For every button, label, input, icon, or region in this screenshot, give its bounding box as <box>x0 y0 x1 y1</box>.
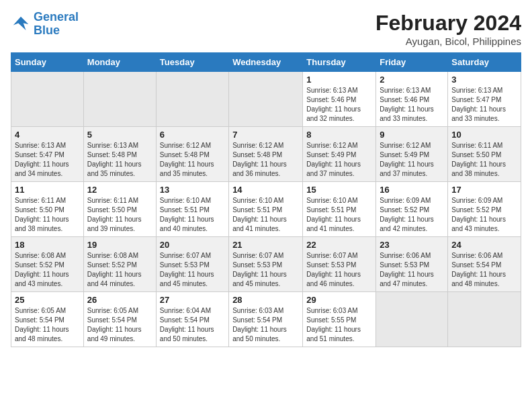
calendar-cell: 14Sunrise: 6:10 AM Sunset: 5:51 PM Dayli… <box>229 182 303 237</box>
day-info: Sunrise: 6:03 AM Sunset: 5:55 PM Dayligh… <box>306 306 372 344</box>
day-number: 10 <box>451 130 517 140</box>
day-number: 12 <box>87 185 152 195</box>
calendar-cell: 8Sunrise: 6:12 AM Sunset: 5:49 PM Daylig… <box>303 127 376 182</box>
logo: General Blue <box>11 11 79 38</box>
calendar-cell: 29Sunrise: 6:03 AM Sunset: 5:55 PM Dayli… <box>303 292 376 347</box>
day-number: 29 <box>306 295 372 305</box>
day-info: Sunrise: 6:08 AM Sunset: 5:52 PM Dayligh… <box>15 251 80 289</box>
day-info: Sunrise: 6:13 AM Sunset: 5:46 PM Dayligh… <box>306 86 372 124</box>
calendar-cell: 3Sunrise: 6:13 AM Sunset: 5:47 PM Daylig… <box>448 72 521 127</box>
day-number: 4 <box>15 130 80 140</box>
calendar-cell: 4Sunrise: 6:13 AM Sunset: 5:47 PM Daylig… <box>11 127 84 182</box>
day-info: Sunrise: 6:13 AM Sunset: 5:47 PM Dayligh… <box>451 86 517 124</box>
day-number: 19 <box>87 240 152 250</box>
calendar-cell <box>376 292 448 347</box>
day-number: 25 <box>15 295 80 305</box>
col-header-tuesday: Tuesday <box>156 53 228 72</box>
day-info: Sunrise: 6:06 AM Sunset: 5:53 PM Dayligh… <box>380 251 444 289</box>
calendar-cell: 20Sunrise: 6:07 AM Sunset: 5:53 PM Dayli… <box>156 237 228 292</box>
calendar-cell: 16Sunrise: 6:09 AM Sunset: 5:52 PM Dayli… <box>376 182 448 237</box>
calendar-week-5: 25Sunrise: 6:05 AM Sunset: 5:54 PM Dayli… <box>11 292 521 347</box>
day-number: 9 <box>380 130 444 140</box>
day-info: Sunrise: 6:03 AM Sunset: 5:54 PM Dayligh… <box>232 306 299 344</box>
day-number: 28 <box>232 295 299 305</box>
calendar-cell: 9Sunrise: 6:12 AM Sunset: 5:49 PM Daylig… <box>376 127 448 182</box>
title-area: February 2024 Ayugan, Bicol, Philippines <box>375 11 521 47</box>
day-info: Sunrise: 6:05 AM Sunset: 5:54 PM Dayligh… <box>15 306 80 344</box>
calendar-cell: 2Sunrise: 6:13 AM Sunset: 5:46 PM Daylig… <box>376 72 448 127</box>
day-number: 16 <box>380 185 444 195</box>
day-number: 23 <box>380 240 444 250</box>
day-info: Sunrise: 6:12 AM Sunset: 5:49 PM Dayligh… <box>306 141 372 179</box>
logo-text: General Blue <box>34 11 79 38</box>
day-number: 8 <box>306 130 372 140</box>
calendar-table: SundayMondayTuesdayWednesdayThursdayFrid… <box>11 52 521 347</box>
page-title: February 2024 <box>375 11 521 36</box>
calendar-cell: 26Sunrise: 6:05 AM Sunset: 5:54 PM Dayli… <box>83 292 156 347</box>
calendar-cell: 15Sunrise: 6:10 AM Sunset: 5:51 PM Dayli… <box>303 182 376 237</box>
day-number: 24 <box>451 240 517 250</box>
day-info: Sunrise: 6:10 AM Sunset: 5:51 PM Dayligh… <box>232 196 299 234</box>
day-info: Sunrise: 6:13 AM Sunset: 5:46 PM Dayligh… <box>380 86 444 124</box>
calendar-week-4: 18Sunrise: 6:08 AM Sunset: 5:52 PM Dayli… <box>11 237 521 292</box>
col-header-monday: Monday <box>83 53 156 72</box>
day-info: Sunrise: 6:12 AM Sunset: 5:48 PM Dayligh… <box>232 141 299 179</box>
day-number: 6 <box>160 130 225 140</box>
day-number: 7 <box>232 130 299 140</box>
col-header-wednesday: Wednesday <box>229 53 303 72</box>
day-number: 27 <box>160 295 225 305</box>
day-info: Sunrise: 6:11 AM Sunset: 5:50 PM Dayligh… <box>15 196 80 234</box>
day-number: 5 <box>87 130 152 140</box>
calendar-cell: 23Sunrise: 6:06 AM Sunset: 5:53 PM Dayli… <box>376 237 448 292</box>
day-number: 11 <box>15 185 80 195</box>
day-info: Sunrise: 6:10 AM Sunset: 5:51 PM Dayligh… <box>306 196 372 234</box>
calendar-cell: 12Sunrise: 6:11 AM Sunset: 5:50 PM Dayli… <box>83 182 156 237</box>
col-header-thursday: Thursday <box>303 53 376 72</box>
calendar-cell: 13Sunrise: 6:10 AM Sunset: 5:51 PM Dayli… <box>156 182 228 237</box>
day-number: 21 <box>232 240 299 250</box>
day-info: Sunrise: 6:13 AM Sunset: 5:48 PM Dayligh… <box>87 141 152 179</box>
col-header-sunday: Sunday <box>11 53 84 72</box>
calendar-cell: 25Sunrise: 6:05 AM Sunset: 5:54 PM Dayli… <box>11 292 84 347</box>
day-number: 15 <box>306 185 372 195</box>
calendar-cell: 18Sunrise: 6:08 AM Sunset: 5:52 PM Dayli… <box>11 237 84 292</box>
calendar-cell: 19Sunrise: 6:08 AM Sunset: 5:52 PM Dayli… <box>83 237 156 292</box>
calendar-cell: 27Sunrise: 6:04 AM Sunset: 5:54 PM Dayli… <box>156 292 228 347</box>
day-info: Sunrise: 6:07 AM Sunset: 5:53 PM Dayligh… <box>160 251 225 289</box>
day-number: 14 <box>232 185 299 195</box>
col-header-saturday: Saturday <box>448 53 521 72</box>
calendar-cell: 11Sunrise: 6:11 AM Sunset: 5:50 PM Dayli… <box>11 182 84 237</box>
day-number: 22 <box>306 240 372 250</box>
calendar-cell <box>83 72 156 127</box>
page-subtitle: Ayugan, Bicol, Philippines <box>375 36 521 47</box>
day-number: 20 <box>160 240 225 250</box>
calendar-cell: 22Sunrise: 6:07 AM Sunset: 5:53 PM Dayli… <box>303 237 376 292</box>
calendar-cell <box>156 72 228 127</box>
day-info: Sunrise: 6:11 AM Sunset: 5:50 PM Dayligh… <box>451 141 517 179</box>
calendar-week-2: 4Sunrise: 6:13 AM Sunset: 5:47 PM Daylig… <box>11 127 521 182</box>
day-info: Sunrise: 6:07 AM Sunset: 5:53 PM Dayligh… <box>232 251 299 289</box>
calendar-cell <box>11 72 84 127</box>
day-number: 3 <box>451 75 517 85</box>
day-info: Sunrise: 6:05 AM Sunset: 5:54 PM Dayligh… <box>87 306 152 344</box>
calendar-week-1: 1Sunrise: 6:13 AM Sunset: 5:46 PM Daylig… <box>11 72 521 127</box>
day-number: 18 <box>15 240 80 250</box>
calendar-cell: 5Sunrise: 6:13 AM Sunset: 5:48 PM Daylig… <box>83 127 156 182</box>
svg-marker-0 <box>13 17 29 30</box>
day-info: Sunrise: 6:06 AM Sunset: 5:54 PM Dayligh… <box>451 251 517 289</box>
day-number: 13 <box>160 185 225 195</box>
day-info: Sunrise: 6:11 AM Sunset: 5:50 PM Dayligh… <box>87 196 152 234</box>
calendar-cell: 24Sunrise: 6:06 AM Sunset: 5:54 PM Dayli… <box>448 237 521 292</box>
calendar-cell <box>448 292 521 347</box>
page-header: General Blue February 2024 Ayugan, Bicol… <box>11 11 521 47</box>
logo-icon <box>11 14 31 34</box>
calendar-cell <box>229 72 303 127</box>
day-info: Sunrise: 6:13 AM Sunset: 5:47 PM Dayligh… <box>15 141 80 179</box>
calendar-header: SundayMondayTuesdayWednesdayThursdayFrid… <box>11 53 521 72</box>
day-number: 2 <box>380 75 444 85</box>
day-info: Sunrise: 6:09 AM Sunset: 5:52 PM Dayligh… <box>451 196 517 234</box>
calendar-cell: 10Sunrise: 6:11 AM Sunset: 5:50 PM Dayli… <box>448 127 521 182</box>
day-number: 26 <box>87 295 152 305</box>
day-number: 1 <box>306 75 372 85</box>
day-info: Sunrise: 6:10 AM Sunset: 5:51 PM Dayligh… <box>160 196 225 234</box>
